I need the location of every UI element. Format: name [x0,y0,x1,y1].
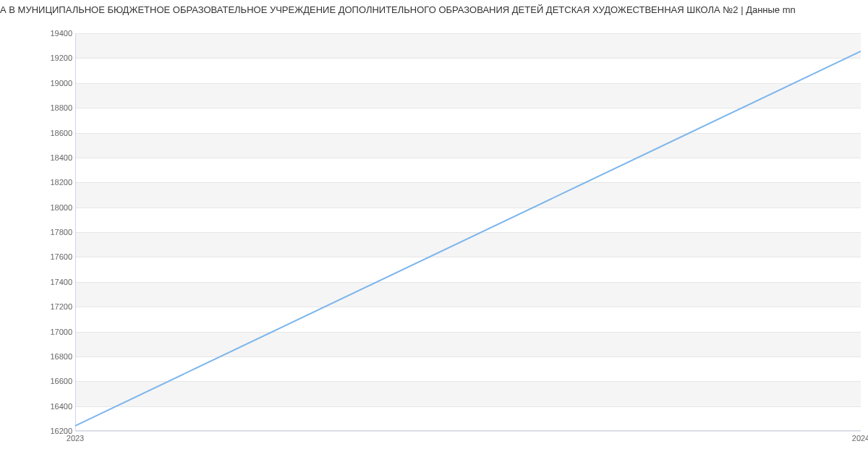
chart-title: А В МУНИЦИПАЛЬНОЕ БЮДЖЕТНОЕ ОБРАЗОВАТЕЛЬ… [0,4,868,15]
y-tick-label: 18400 [50,153,72,162]
y-tick-label: 16400 [50,402,72,411]
y-tick-label: 18800 [50,103,72,112]
y-tick-label: 16600 [50,377,72,385]
x-tick-label: 2023 [67,434,84,443]
y-tick-label: 17400 [50,278,72,286]
chart-plot-area [75,33,861,431]
y-tick-label: 17800 [50,228,72,236]
y-tick-label: 19000 [50,79,72,87]
x-tick-label: 2024 [852,434,868,443]
y-tick-label: 17200 [50,302,72,311]
y-tick-label: 18600 [50,129,72,137]
series-line [75,51,861,426]
chart-line [75,33,861,431]
y-tick-label: 19400 [50,29,72,38]
y-tick-label: 18200 [50,178,72,187]
y-tick-label: 16800 [50,352,72,361]
y-tick-label: 18000 [50,203,72,212]
y-tick-label: 17600 [50,252,72,261]
y-tick-label: 17000 [50,328,72,336]
gridline [75,431,861,432]
y-tick-label: 19200 [50,54,72,62]
